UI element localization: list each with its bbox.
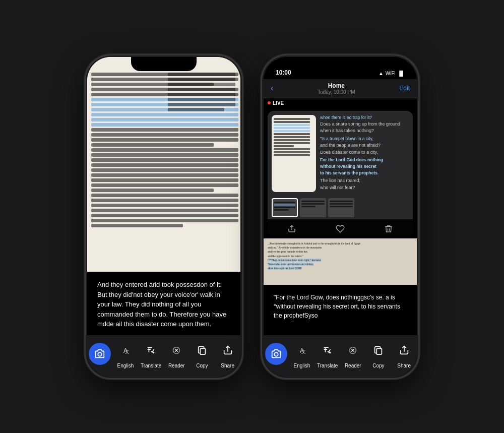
notch-2 [307,57,373,71]
reader-icon [171,345,182,356]
copy-label-1: Copy [196,363,208,368]
share-label-1: Share [221,363,234,368]
notification-subtitle: Today, 10:00 PM [318,89,355,95]
english-label-1: English [117,363,134,368]
share-action-icon [287,224,296,233]
share-icon [222,345,233,356]
english-icon: A 文 [120,345,131,356]
notification-text-preview: when there is no trap for it? Does a sna… [320,115,409,192]
camera-area-1 [87,57,240,272]
heart-action[interactable] [336,224,345,233]
live-dot [268,101,271,104]
thumb-2[interactable] [300,198,326,217]
svg-rect-4 [200,348,205,354]
signal-icon: ▲ [379,71,384,76]
battery-icon: ▐▌ [398,71,405,76]
preview-thumbnails [268,196,413,219]
translated-text-2: "For the Lord Gow, does nothinggsc's se.… [264,285,417,335]
reader-label-1: Reader [168,363,185,368]
phones-container: And they entered arid took possesdon of … [86,55,418,378]
translate-label-2: Translate [317,363,338,368]
copy-label-2: Copy [372,363,384,368]
translate-icon-2 [322,345,333,356]
screen-2: 10:00 ▲ WiFi ▐▌ ‹ Home Today, 10:00 PM E… [264,57,417,377]
svg-rect-9 [376,348,382,354]
camera-area-2: ...Proclaim to the strongholds in Ashdod… [264,238,417,285]
reader-label-2: Reader [345,363,361,368]
translate-toolbar-item-2[interactable]: Translate [317,339,339,368]
share-icon-2 [399,345,410,356]
share-toolbar-item-2[interactable]: Share [393,339,415,368]
reader-toolbar-item-1[interactable]: Reader [165,339,187,368]
bottom-toolbar-1: A 文 English [87,335,240,377]
book-page-1 [87,57,240,272]
live-text: LIVE [273,100,284,106]
back-button[interactable]: ‹ [271,84,273,93]
notification-title: Home [318,82,355,89]
copy-toolbar-item-1[interactable]: Copy [191,339,213,368]
svg-text:文: 文 [125,349,130,354]
reader-icon-2 [347,345,358,356]
heart-icon [336,224,345,233]
svg-point-3 [153,352,154,353]
camera-toolbar-item-2[interactable] [265,343,287,365]
camera-icon-2 [271,348,282,359]
svg-text:文: 文 [301,349,306,354]
status-time: 10:00 [276,69,291,76]
edit-button[interactable]: Edit [399,85,410,92]
copy-toolbar-item-2[interactable]: Copy [367,339,390,368]
delete-action[interactable] [384,224,393,233]
english-icon-2: A 文 [296,345,307,356]
notification-card[interactable]: when there is no trap for it? Does a sna… [268,111,413,235]
trash-icon [384,224,393,233]
camera-icon-circle [89,343,111,365]
copy-icon [197,345,208,356]
notch-1 [131,57,197,71]
english-toolbar-item-1[interactable]: A 文 English [114,339,137,368]
notification-action-bar [268,219,413,235]
scripture-text: ...Proclaim to the strongholds in Ashdod… [264,238,417,274]
svg-point-5 [275,352,278,356]
screen-1: And they entered arid took possesdon of … [87,57,240,377]
translate-label-1: Translate [141,363,161,368]
translate-icon [146,345,157,356]
camera-icon-circle-2 [265,343,287,365]
status-icons: ▲ WiFi ▐▌ [379,71,405,76]
share-action[interactable] [287,224,296,233]
bottom-toolbar-2: A 文 English [264,335,417,377]
phone-1: And they entered arid took possesdon of … [86,55,242,378]
copy-icon-2 [373,345,384,356]
svg-point-0 [98,352,102,356]
reader-toolbar-item-2[interactable]: Reader [342,339,364,368]
svg-point-8 [329,352,330,353]
live-badge: LIVE [268,100,413,106]
notification-header: ‹ Home Today, 10:00 PM Edit [264,79,417,98]
share-toolbar-item-1[interactable]: Share [217,339,239,368]
translated-text-1: And they entered arid took possesdon of … [87,272,240,335]
thumb-1[interactable] [272,198,298,217]
preview-image [272,115,316,192]
camera-toolbar-item-1[interactable] [89,343,111,365]
translate-toolbar-item-1[interactable]: Translate [140,339,162,368]
wifi-icon: WiFi [386,71,396,76]
thumb-3[interactable] [328,198,354,217]
share-label-2: Share [397,363,411,368]
camera-icon [94,348,105,359]
english-label-2: English [294,363,310,368]
english-toolbar-item-2[interactable]: A 文 English [291,339,313,368]
phone-2: 10:00 ▲ WiFi ▐▌ ‹ Home Today, 10:00 PM E… [262,55,418,378]
